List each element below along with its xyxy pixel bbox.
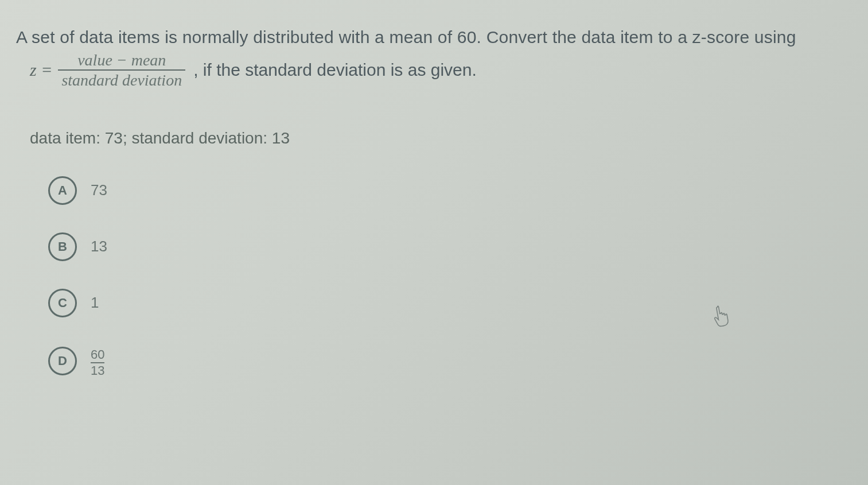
option-a[interactable]: A 73 xyxy=(48,176,852,205)
options-list: A 73 B 13 C 1 D 60 13 xyxy=(48,176,852,377)
question-text-after: , if the standard deviation is as given. xyxy=(193,60,477,80)
option-d-frac-top: 60 xyxy=(91,348,104,361)
option-letter-c: C xyxy=(48,289,77,317)
option-c-text: 1 xyxy=(91,294,99,312)
data-item-line: data item: 73; standard deviation: 13 xyxy=(30,129,852,148)
question-text-line1: A set of data items is normally distribu… xyxy=(16,28,852,47)
fraction-bar xyxy=(58,69,185,71)
option-letter-a: A xyxy=(48,176,77,205)
option-c[interactable]: C 1 xyxy=(48,289,852,317)
option-d-fraction: 60 13 xyxy=(91,348,104,377)
option-letter-b: B xyxy=(48,232,77,261)
option-a-text: 73 xyxy=(91,181,107,199)
option-letter-d: D xyxy=(48,347,77,375)
formula-fraction: value − mean standard deviation xyxy=(58,52,185,89)
fraction-numerator: value − mean xyxy=(74,52,169,68)
z-equals-label: z = xyxy=(30,60,52,80)
question-page: A set of data items is normally distribu… xyxy=(0,0,868,377)
option-d[interactable]: D 60 13 xyxy=(48,345,852,377)
option-b-text: 13 xyxy=(91,238,107,255)
option-d-text: 60 13 xyxy=(91,345,104,377)
formula-row: z = value − mean standard deviation , if… xyxy=(30,52,852,89)
option-d-frac-bot: 13 xyxy=(91,364,104,377)
fraction-denominator: standard deviation xyxy=(58,72,185,88)
option-b[interactable]: B 13 xyxy=(48,232,852,261)
